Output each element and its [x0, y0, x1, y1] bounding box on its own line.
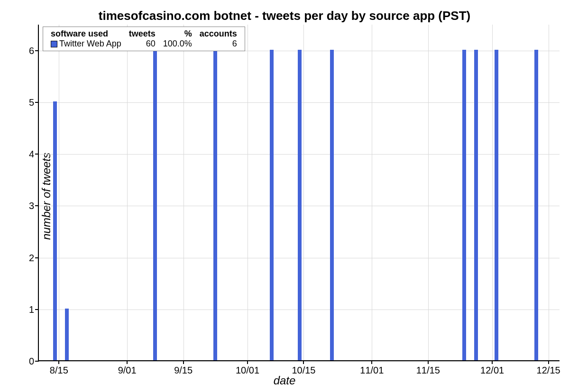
legend: software used tweets % accounts Twitter … [43, 27, 245, 51]
legend-col-tweets: tweets [125, 29, 159, 39]
ytick-mark [35, 257, 39, 258]
bar [330, 50, 334, 360]
legend-table: software used tweets % accounts Twitter … [47, 29, 241, 49]
chart-title: timesofcasino.com botnet - tweets per da… [0, 9, 569, 23]
xtick-mark [548, 360, 549, 364]
gridline-v [59, 25, 59, 360]
xtick-mark [247, 360, 248, 364]
bar [298, 50, 302, 360]
xtick-mark [371, 360, 372, 364]
legend-row-software: Twitter Web App [47, 39, 125, 49]
ytick-mark [35, 309, 39, 310]
plot-area: 01234568/159/019/1510/0110/1511/0111/151… [38, 25, 560, 361]
ytick-mark [35, 154, 39, 155]
legend-col-software: software used [47, 29, 125, 39]
bar [153, 50, 157, 360]
ytick-mark [35, 50, 39, 51]
bar [462, 50, 466, 360]
gridline-v [549, 25, 549, 360]
legend-row: Twitter Web App 60 100.0% 6 [47, 39, 241, 49]
bar [474, 50, 478, 360]
ytick-mark [35, 361, 39, 362]
ytick-mark [35, 102, 39, 103]
legend-col-accounts: accounts [196, 29, 241, 39]
xtick-mark [492, 360, 493, 364]
gridline-v [127, 25, 128, 360]
gridline-v [184, 25, 184, 360]
xtick-mark [183, 360, 184, 364]
x-axis-label: date [0, 374, 569, 387]
xtick-mark [303, 360, 304, 364]
legend-swatch-icon [51, 41, 57, 47]
chart-container: timesofcasino.com botnet - tweets per da… [0, 0, 569, 392]
bar [213, 50, 217, 360]
legend-row-pct: 100.0% [159, 39, 196, 49]
xtick-mark [127, 360, 128, 364]
xtick-mark [428, 360, 429, 364]
gridline-v [248, 25, 248, 360]
legend-row-tweets: 60 [125, 39, 159, 49]
bar [53, 101, 57, 360]
bar [270, 50, 274, 360]
ytick-mark [35, 205, 39, 206]
gridline-v [372, 25, 372, 360]
legend-col-pct: % [159, 29, 196, 39]
gridline-v [492, 25, 493, 360]
gridline-v [303, 25, 304, 360]
bar [534, 50, 538, 360]
bar [495, 50, 498, 360]
bar [65, 309, 69, 360]
gridline-v [428, 25, 429, 360]
xtick-mark [58, 360, 59, 364]
legend-row-accounts: 6 [196, 39, 241, 49]
